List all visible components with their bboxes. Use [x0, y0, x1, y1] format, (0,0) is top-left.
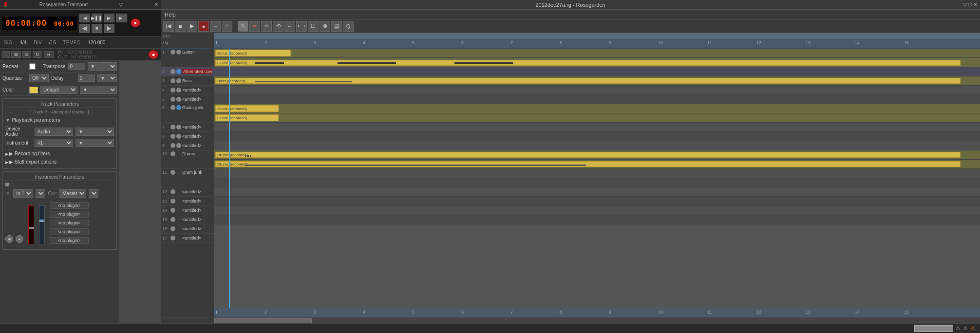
segment-drums-2[interactable]: Drums (recorded) [215, 161, 961, 167]
fader-handle-right[interactable] [39, 220, 44, 222]
close-icon[interactable]: ✕ [973, 1, 978, 8]
fast-forward-button[interactable]: ▶| [116, 14, 127, 22]
play-pause-button[interactable]: ▶❚❚ [92, 14, 102, 22]
segment-drums-1[interactable]: Drums (recorded) [215, 152, 961, 158]
tb-resize[interactable]: ↔ [284, 21, 295, 32]
transport-min-icon[interactable]: ▽ [119, 1, 123, 8]
max-icon[interactable]: □ [968, 1, 972, 8]
track-15-dot2[interactable] [176, 217, 181, 222]
track-10-dot2[interactable] [176, 151, 181, 156]
play-button[interactable]: ▶ [104, 14, 114, 22]
track-8-dot1[interactable] [170, 134, 175, 139]
track-13-dot1[interactable] [170, 199, 175, 204]
repeat-checkbox[interactable] [29, 63, 36, 70]
link-icon[interactable]: ⊕ [5, 235, 13, 243]
h-scrollbar[interactable] [161, 317, 980, 323]
color-swatch[interactable] [29, 87, 38, 93]
stop-button[interactable]: ■ [92, 24, 102, 33]
in-select[interactable]: In 1 [13, 189, 33, 198]
track-16-dot1[interactable] [170, 226, 175, 231]
fader-right[interactable] [39, 205, 45, 244]
instrument-select[interactable]: #1 [35, 139, 73, 147]
track-12-dot1[interactable] [170, 189, 175, 194]
track-8-dot2[interactable] [176, 134, 181, 139]
staff-export-toggle[interactable]: ▶ Staff export options [5, 158, 114, 166]
tb-erase[interactable]: ✂ [261, 21, 272, 32]
plugin-btn-4[interactable]: <no plugin> [50, 228, 89, 235]
track-4-dot1[interactable] [170, 88, 175, 92]
in-select-arrow[interactable]: ▼ [36, 189, 45, 198]
tb-split[interactable]: ⟻ [296, 21, 307, 32]
tb-excl[interactable]: ! [222, 21, 232, 32]
tb-grid[interactable]: ☐ [308, 21, 319, 32]
track-10-dot1[interactable] [170, 151, 175, 156]
tb-matrix[interactable]: ▤ [331, 21, 342, 32]
segment-guitar-line[interactable]: Guitar (recorded) [215, 60, 961, 66]
h-scroll-track[interactable] [214, 318, 980, 323]
track-9-dot2[interactable] [176, 143, 181, 148]
track-6-dot1[interactable] [170, 105, 175, 110]
playback-section-header[interactable]: ▼ Playback parameters [5, 116, 114, 124]
tb-rewind[interactable]: |◀ [163, 21, 174, 32]
track-2-dot2[interactable] [176, 69, 181, 74]
skip-back-button[interactable]: ◀| [79, 24, 90, 33]
track-1-dot1[interactable] [170, 50, 175, 55]
plugin-btn-1[interactable]: <no plugin> [50, 202, 89, 209]
color-select-2[interactable]: ▼ [80, 86, 117, 94]
tb-record[interactable]: ● [198, 21, 209, 32]
tb-draw[interactable]: ✏ [249, 21, 260, 32]
tb-rotate[interactable]: ⟲ [273, 21, 283, 32]
delay-input[interactable] [78, 74, 95, 82]
zoom-bar[interactable] [914, 325, 953, 332]
track-13-dot2[interactable] [176, 199, 181, 204]
track-3-dot1[interactable] [170, 78, 175, 83]
segment-guitar-junk-1[interactable]: Guitar (recorded) [215, 105, 279, 112]
plugin-btn-3[interactable]: <no plugin> [50, 220, 89, 226]
track-content[interactable]: Guitar (recorded) Guitar (recorded) Bass… [214, 49, 980, 308]
event-btn-loop[interactable]: ↻ [33, 51, 42, 58]
track-7-dot1[interactable] [170, 125, 175, 130]
quantize-select[interactable]: Off [29, 74, 49, 82]
track-16-dot2[interactable] [176, 226, 181, 231]
event-btn-2[interactable]: ⊠ [11, 51, 21, 58]
track-11-dot1[interactable] [170, 170, 175, 175]
color-select[interactable]: Default [40, 86, 77, 94]
rewind-button[interactable]: |◀ [79, 14, 90, 22]
tb-preview[interactable]: ⊗ [320, 21, 330, 32]
solo-icon[interactable]: ● [16, 235, 23, 243]
tb-q[interactable]: Q [343, 21, 354, 32]
menu-help[interactable]: Help [163, 12, 177, 18]
fader-handle-left[interactable] [29, 227, 34, 229]
track-9-dot1[interactable] [170, 143, 175, 148]
tb-play[interactable]: ▶ [187, 21, 197, 32]
segment-guitar-junk-2[interactable]: Guitar (recorded) [215, 114, 279, 121]
track-17-dot1[interactable] [170, 236, 175, 240]
track-14-dot1[interactable] [170, 208, 175, 213]
track-11-dot2[interactable] [176, 170, 181, 175]
tb-fwd[interactable]: → [210, 21, 221, 32]
track-4-dot2[interactable] [176, 88, 181, 92]
track-7-dot2[interactable] [176, 125, 181, 130]
event-btn-s[interactable]: S [22, 51, 31, 58]
segment-guitar-1[interactable]: Guitar (recorded) [215, 50, 291, 56]
device-select-2[interactable]: ▼ [75, 128, 114, 136]
record-btn-2[interactable]: ● [149, 50, 158, 59]
track-3-dot2[interactable] [176, 78, 181, 83]
transpose-input[interactable] [68, 63, 85, 70]
track-12-dot2[interactable] [176, 189, 181, 194]
recording-filters-toggle[interactable]: ▶ Recording filters [5, 149, 114, 158]
track-17-dot2[interactable] [176, 236, 181, 240]
fader-left[interactable] [28, 205, 34, 244]
track-6-dot2[interactable] [176, 105, 181, 110]
record-button[interactable]: ● [131, 18, 140, 27]
skip-fwd-button[interactable]: |▶ [104, 24, 114, 33]
transport-close-icon[interactable]: ✕ [154, 1, 158, 8]
device-select[interactable]: Audio [35, 128, 73, 136]
tb-select[interactable]: ↖ [238, 21, 248, 32]
event-btn-punch[interactable]: ↦ [44, 51, 54, 58]
track-1-dot2[interactable] [176, 50, 181, 55]
segment-bass[interactable]: Bass (recorded) [215, 78, 961, 84]
track-5-dot2[interactable] [176, 97, 181, 102]
event-btn-1[interactable]: ! [2, 51, 10, 58]
out-select[interactable]: Master [59, 189, 86, 198]
